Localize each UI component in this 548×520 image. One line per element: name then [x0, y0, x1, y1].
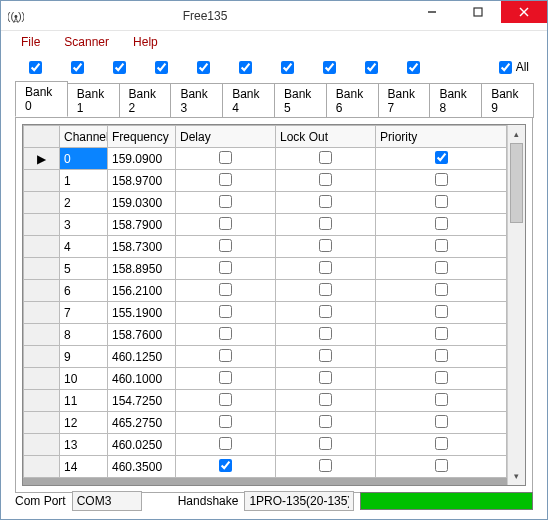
bank-check-7[interactable]: [323, 61, 336, 74]
bank-check-9[interactable]: [407, 61, 420, 74]
table-row[interactable]: 10460.1000: [24, 368, 507, 390]
cell-frequency[interactable]: 460.1250: [108, 346, 176, 368]
cell-priority[interactable]: [376, 456, 507, 478]
delay-checkbox[interactable]: [219, 261, 232, 274]
table-row[interactable]: 8158.7600: [24, 324, 507, 346]
tab-bank-2[interactable]: Bank 2: [119, 83, 172, 118]
delay-checkbox[interactable]: [219, 305, 232, 318]
lockout-checkbox[interactable]: [319, 195, 332, 208]
priority-checkbox[interactable]: [435, 239, 448, 252]
cell-frequency[interactable]: 158.8950: [108, 258, 176, 280]
cell-channel[interactable]: 8: [60, 324, 108, 346]
lockout-checkbox[interactable]: [319, 173, 332, 186]
priority-checkbox[interactable]: [435, 261, 448, 274]
cell-priority[interactable]: [376, 214, 507, 236]
cell-lockout[interactable]: [276, 236, 376, 258]
cell-frequency[interactable]: 460.0250: [108, 434, 176, 456]
cell-frequency[interactable]: 158.7300: [108, 236, 176, 258]
cell-frequency[interactable]: 159.0300: [108, 192, 176, 214]
priority-checkbox[interactable]: [435, 217, 448, 230]
col-channel[interactable]: Channel: [60, 126, 108, 148]
cell-frequency[interactable]: 460.1000: [108, 368, 176, 390]
cell-frequency[interactable]: 158.9700: [108, 170, 176, 192]
cell-lockout[interactable]: [276, 258, 376, 280]
cell-lockout[interactable]: [276, 148, 376, 170]
cell-delay[interactable]: [176, 236, 276, 258]
priority-checkbox[interactable]: [435, 327, 448, 340]
bank-check-8[interactable]: [365, 61, 378, 74]
cell-delay[interactable]: [176, 148, 276, 170]
cell-delay[interactable]: [176, 258, 276, 280]
tab-bank-6[interactable]: Bank 6: [326, 83, 379, 118]
bank-check-3[interactable]: [155, 61, 168, 74]
cell-lockout[interactable]: [276, 280, 376, 302]
cell-priority[interactable]: [376, 148, 507, 170]
delay-checkbox[interactable]: [219, 437, 232, 450]
cell-channel[interactable]: 7: [60, 302, 108, 324]
table-row[interactable]: 4158.7300: [24, 236, 507, 258]
lockout-checkbox[interactable]: [319, 151, 332, 164]
cell-delay[interactable]: [176, 368, 276, 390]
table-row[interactable]: 3158.7900: [24, 214, 507, 236]
cell-lockout[interactable]: [276, 324, 376, 346]
lockout-checkbox[interactable]: [319, 261, 332, 274]
scroll-thumb[interactable]: [510, 143, 523, 223]
cell-channel[interactable]: 4: [60, 236, 108, 258]
comport-field[interactable]: [72, 491, 142, 511]
lockout-checkbox[interactable]: [319, 415, 332, 428]
delay-checkbox[interactable]: [219, 393, 232, 406]
delay-checkbox[interactable]: [219, 151, 232, 164]
cell-channel[interactable]: 2: [60, 192, 108, 214]
cell-channel[interactable]: 0: [60, 148, 108, 170]
cell-channel[interactable]: 11: [60, 390, 108, 412]
table-row[interactable]: 11154.7250: [24, 390, 507, 412]
lockout-checkbox[interactable]: [319, 327, 332, 340]
cell-priority[interactable]: [376, 302, 507, 324]
tab-bank-9[interactable]: Bank 9: [481, 83, 534, 118]
col-priority[interactable]: Priority: [376, 126, 507, 148]
cell-priority[interactable]: [376, 258, 507, 280]
cell-lockout[interactable]: [276, 214, 376, 236]
cell-frequency[interactable]: 158.7900: [108, 214, 176, 236]
cell-priority[interactable]: [376, 280, 507, 302]
bank-check-1[interactable]: [71, 61, 84, 74]
delay-checkbox[interactable]: [219, 327, 232, 340]
channel-table[interactable]: Channel Frequency Delay Lock Out Priorit…: [23, 125, 507, 478]
priority-checkbox[interactable]: [435, 415, 448, 428]
cell-delay[interactable]: [176, 412, 276, 434]
priority-checkbox[interactable]: [435, 393, 448, 406]
cell-lockout[interactable]: [276, 412, 376, 434]
table-row[interactable]: 5158.8950: [24, 258, 507, 280]
lockout-checkbox[interactable]: [319, 437, 332, 450]
col-frequency[interactable]: Frequency: [108, 126, 176, 148]
cell-priority[interactable]: [376, 324, 507, 346]
scroll-down-icon[interactable]: ▾: [508, 467, 525, 485]
cell-channel[interactable]: 6: [60, 280, 108, 302]
cell-delay[interactable]: [176, 324, 276, 346]
cell-lockout[interactable]: [276, 346, 376, 368]
cell-delay[interactable]: [176, 346, 276, 368]
priority-checkbox[interactable]: [435, 371, 448, 384]
cell-delay[interactable]: [176, 302, 276, 324]
cell-priority[interactable]: [376, 170, 507, 192]
cell-channel[interactable]: 14: [60, 456, 108, 478]
cell-delay[interactable]: [176, 390, 276, 412]
tab-bank-5[interactable]: Bank 5: [274, 83, 327, 118]
bank-check-0[interactable]: [29, 61, 42, 74]
tab-bank-0[interactable]: Bank 0: [15, 81, 68, 117]
priority-checkbox[interactable]: [435, 173, 448, 186]
delay-checkbox[interactable]: [219, 195, 232, 208]
table-row[interactable]: 9460.1250: [24, 346, 507, 368]
lockout-checkbox[interactable]: [319, 393, 332, 406]
cell-lockout[interactable]: [276, 192, 376, 214]
menu-scanner[interactable]: Scanner: [56, 33, 117, 51]
table-row[interactable]: ▶0159.0900: [24, 148, 507, 170]
cell-frequency[interactable]: 465.2750: [108, 412, 176, 434]
cell-delay[interactable]: [176, 280, 276, 302]
cell-priority[interactable]: [376, 390, 507, 412]
priority-checkbox[interactable]: [435, 305, 448, 318]
cell-channel[interactable]: 5: [60, 258, 108, 280]
cell-priority[interactable]: [376, 346, 507, 368]
tab-bank-8[interactable]: Bank 8: [429, 83, 482, 118]
delay-checkbox[interactable]: [219, 283, 232, 296]
